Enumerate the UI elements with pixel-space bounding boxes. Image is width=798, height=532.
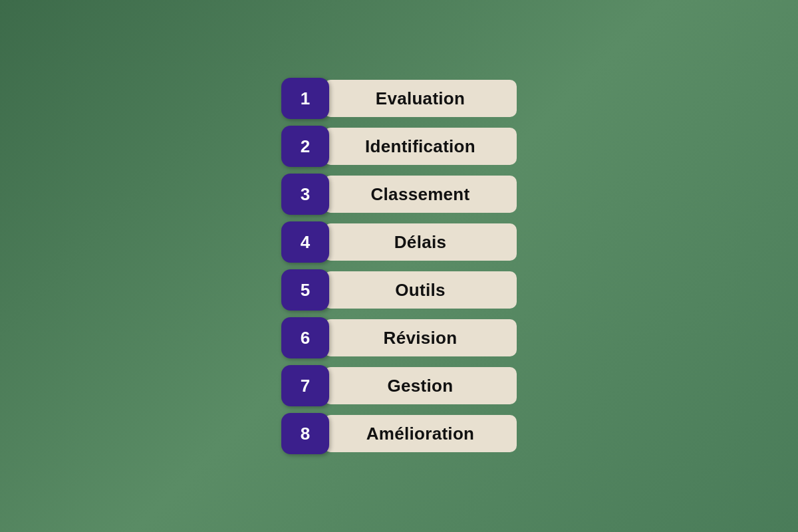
number-badge-4: 4 [281, 221, 329, 263]
list-item-4: 4Délais [281, 221, 517, 263]
list-item-8: 8Amélioration [281, 413, 517, 454]
number-badge-7: 7 [281, 365, 329, 406]
label-box-5: Outils [324, 271, 517, 309]
label-box-3: Classement [324, 176, 517, 213]
label-box-8: Amélioration [324, 415, 517, 452]
label-box-7: Gestion [324, 367, 517, 404]
number-badge-8: 8 [281, 413, 329, 454]
list-item-1: 1Evaluation [281, 78, 517, 119]
number-badge-1: 1 [281, 78, 329, 119]
label-box-6: Révision [324, 319, 517, 356]
number-badge-3: 3 [281, 174, 329, 215]
list-item-2: 2Identification [281, 126, 517, 167]
label-box-4: Délais [324, 223, 517, 261]
list-item-7: 7Gestion [281, 365, 517, 406]
list-item-5: 5Outils [281, 269, 517, 311]
number-badge-5: 5 [281, 269, 329, 311]
number-badge-2: 2 [281, 126, 329, 167]
label-box-1: Evaluation [324, 80, 517, 117]
label-box-2: Identification [324, 128, 517, 165]
number-badge-6: 6 [281, 317, 329, 358]
list-item-3: 3Classement [281, 174, 517, 215]
list-item-6: 6Révision [281, 317, 517, 358]
numbered-list: 1Evaluation2Identification3Classement4Dé… [281, 78, 517, 454]
